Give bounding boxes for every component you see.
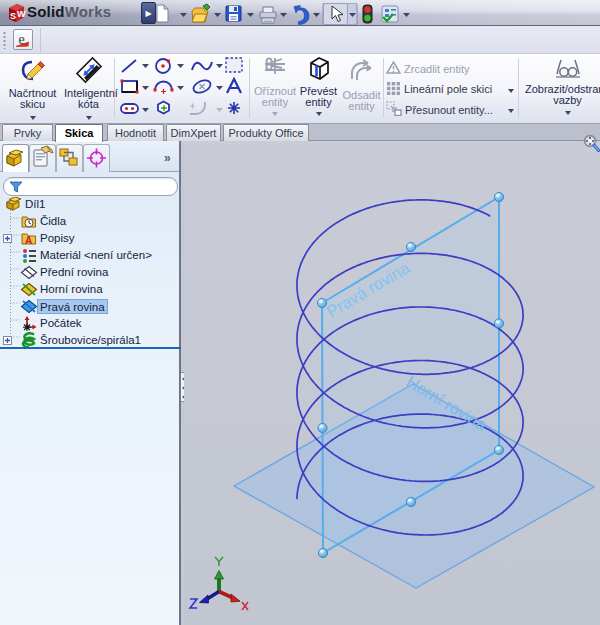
svg-text:A: A: [25, 235, 32, 246]
svg-text:e: e: [19, 32, 25, 47]
svg-text:W: W: [17, 9, 26, 19]
svg-text:S: S: [10, 11, 16, 21]
